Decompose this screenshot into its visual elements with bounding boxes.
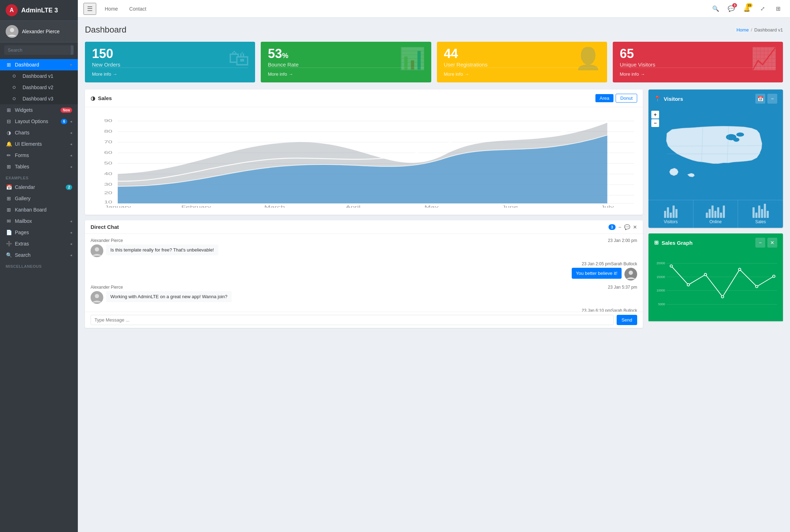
chat-author: Sarah Bullock [611,308,637,312]
sidebar-item-gallery[interactable]: ⊞ Gallery [0,193,78,204]
sidebar-item-label: Search [15,252,67,258]
breadcrumb-home[interactable]: Home [737,27,749,33]
svg-point-53 [756,285,758,288]
reg-icon: 👤 [575,46,601,71]
sales-graph-tools: − ✕ [755,238,777,248]
layout-icon: ⊟ [6,118,12,124]
chevron-icon: ◂ [70,164,72,169]
vis-icon: 📈 [751,46,777,71]
charts-icon: ◑ [6,130,12,135]
svg-point-32 [95,294,99,298]
sidebar-user[interactable]: Alexander Pierce [0,21,78,42]
minus-btn[interactable]: − [755,238,765,248]
brand: A AdminLTE 3 [0,0,78,21]
minus-btn[interactable]: − [767,94,777,104]
sidebar-toggle[interactable]: ☰ [83,3,96,15]
chevron-icon: ◂ [70,230,72,235]
search-button[interactable]: 🔍 [71,45,74,55]
navbar-expand-btn[interactable]: ⤢ [756,2,769,15]
sidebar-item-mailbox[interactable]: ✉ Mailbox ◂ [0,215,78,227]
svg-text:June: June [502,205,518,208]
chat-author: Alexander Pierce [91,238,123,243]
arrow-right-icon: → [288,71,293,77]
sidebar-item-layout[interactable]: ⊟ Layout Options 6 ◂ [0,116,78,127]
zoom-out-btn[interactable]: − [651,119,659,127]
count-badge: 2 [66,185,72,190]
sales-chart-container: 90 80 70 60 50 40 30 20 10 [91,111,637,210]
expand-icon: ⤢ [760,5,765,12]
sidebar-item-charts[interactable]: ◑ Charts ◂ [0,127,78,138]
area-btn[interactable]: Area [595,94,613,102]
search-icon: 🔍 [712,5,719,12]
arrow-right-icon: → [640,71,645,77]
chat-msg-meta: Alexander Pierce 23 Jan 2:00 pm [91,238,637,243]
map-zoom-controls: + − [651,111,659,127]
chat-messages: Alexander Pierce 23 Jan 2:00 pm Is this … [85,234,643,312]
visitors-stat-visitors: Visitors [648,200,693,228]
chat-msg-body: Is this template really for free? That's… [91,244,637,257]
orders-more-info[interactable]: More info → [92,68,248,77]
chat-message: Alexander Pierce 23 Jan 2:00 pm Is this … [91,238,637,257]
sidebar-item-label: Extras [15,241,67,247]
navbar-apps-btn[interactable]: ⊞ [772,2,784,15]
minimize-icon[interactable]: − [618,224,621,230]
navbar-search-btn[interactable]: 🔍 [709,2,722,15]
navbar-messages-btn[interactable]: 💬 3 [725,2,738,15]
svg-point-48 [670,265,673,267]
search-input[interactable] [4,45,71,55]
calendar-icon: 📅 [6,184,12,190]
user-name: Alexander Pierce [22,29,60,34]
sidebar-item-dashboard-v1[interactable]: Dashboard v1 [0,70,78,82]
sidebar-item-label: Widgets [15,107,58,113]
sidebar-item-dashboard-v3[interactable]: Dashboard v3 [0,93,78,104]
sidebar-item-pages[interactable]: 📄 Pages ◂ [0,227,78,238]
circle-icon [13,75,16,77]
chat-input[interactable] [91,315,614,325]
svg-point-51 [721,296,724,298]
notifications-badge: 15 [746,3,752,7]
sales-card-title: ◑ Sales [91,95,112,102]
chat-header: Direct Chat 3 − 💬 ✕ [85,220,643,234]
zoom-in-btn[interactable]: + [651,111,659,118]
info-box-bounce: 53% Bounce Rate 📊 More info → [261,42,431,82]
sales-graph-title: ⊞ Sales Graph [654,239,693,246]
circle-icon [13,86,16,89]
sidebar-item-label: Forms [15,152,67,158]
donut-btn[interactable]: Donut [616,94,637,103]
svg-text:May: May [425,205,439,208]
sidebar-item-dashboard[interactable]: ⊞ Dashboard ▾ [0,59,78,70]
svg-text:90: 90 [104,118,112,123]
sales-card-header: ◑ Sales Area Donut [85,89,643,107]
chevron-icon: ◂ [70,119,72,124]
sidebar-item-label: Calendar [15,184,63,190]
tables-icon: ⊞ [6,164,12,169]
navbar-contact[interactable]: Contact [126,5,149,13]
svg-text:10000: 10000 [657,289,665,293]
navbar-home[interactable]: Home [102,5,121,13]
sidebar-item-kanban[interactable]: ⊞ Kanban Board [0,204,78,215]
chat-send-btn[interactable]: Send [617,315,637,325]
sales-chart-svg: 90 80 70 60 50 40 30 20 10 [93,116,634,208]
arrow-right-icon: → [465,71,469,77]
chat-bubble: Working with AdminLTE on a great new app… [106,291,232,302]
close-btn[interactable]: ✕ [767,238,777,248]
sidebar-nav: ⊞ Dashboard ▾ Dashboard v1 Dashboard v2 … [0,58,78,532]
sidebar-item-calendar[interactable]: 📅 Calendar 2 [0,181,78,193]
pages-icon: 📄 [6,230,12,235]
content-wrapper: Dashboard Home / Dashboard v1 150 New Or… [78,18,790,532]
forms-icon: ✏ [6,152,12,158]
sidebar-item-widgets[interactable]: ⊞ Widgets New [0,104,78,116]
sidebar-item-extras[interactable]: ➕ Extras ◂ [0,238,78,249]
sidebar-item-search[interactable]: 🔍 Search ◂ [0,249,78,261]
sidebar-item-dashboard-v2[interactable]: Dashboard v2 [0,82,78,93]
navbar-notifications-btn[interactable]: 🔔 15 [740,2,753,15]
calendar-btn[interactable]: 📅 [755,94,765,104]
chat-time: 23 Jan 6:10 pm [582,308,611,312]
sidebar-item-ui-elements[interactable]: 🔔 UI Elements ◂ [0,138,78,150]
sidebar-item-tables[interactable]: ⊞ Tables ◂ [0,161,78,172]
sidebar-item-forms[interactable]: ✏ Forms ◂ [0,150,78,161]
chat-tools: 3 − 💬 ✕ [609,224,637,230]
chat-icon[interactable]: 💬 [624,224,630,230]
close-icon[interactable]: ✕ [633,224,637,230]
chevron-icon: ◂ [70,142,72,146]
